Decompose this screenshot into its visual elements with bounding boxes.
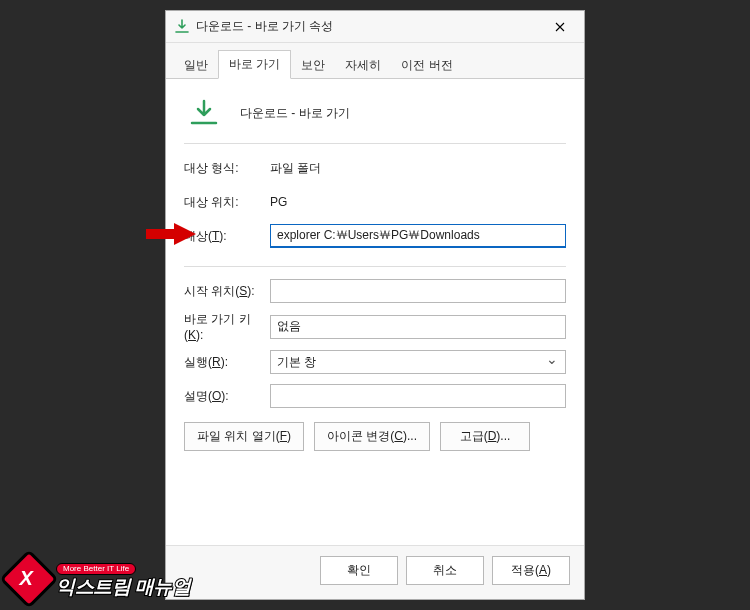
close-button[interactable] (540, 13, 580, 41)
tab-shortcut[interactable]: 바로 가기 (218, 50, 291, 79)
download-icon (174, 19, 190, 35)
advanced-button[interactable]: 고급(D)... (440, 422, 530, 451)
tab-general[interactable]: 일반 (174, 52, 218, 79)
logo-text: More Better IT Life 익스트림 매뉴얼 (56, 563, 190, 596)
row-comment: 설명(O): (184, 382, 566, 410)
tab-previous[interactable]: 이전 버전 (391, 52, 462, 79)
tab-security[interactable]: 보안 (291, 52, 335, 79)
titlebar: 다운로드 - 바로 가기 속성 (166, 11, 584, 43)
cancel-button[interactable]: 취소 (406, 556, 484, 585)
comment-input[interactable] (270, 384, 566, 408)
apply-button[interactable]: 적용(A) (492, 556, 570, 585)
separator (184, 143, 566, 144)
target-input[interactable] (270, 224, 566, 248)
watermark-logo: X More Better IT Life 익스트림 매뉴얼 (8, 558, 190, 600)
dialog-footer: 확인 취소 적용(A) (166, 545, 584, 599)
row-target: 대상(T): (184, 222, 566, 250)
tab-bar: 일반 바로 가기 보안 자세히 이전 버전 (166, 43, 584, 79)
shortcut-key-input[interactable] (270, 315, 566, 339)
open-file-location-button[interactable]: 파일 위치 열기(F) (184, 422, 304, 451)
properties-dialog: 다운로드 - 바로 가기 속성 일반 바로 가기 보안 자세히 이전 버전 다운… (165, 10, 585, 600)
hero-name: 다운로드 - 바로 가기 (240, 105, 350, 122)
separator (184, 266, 566, 267)
label-start-in: 시작 위치(S): (184, 283, 270, 300)
value-location: PG (270, 195, 287, 209)
label-shortcut-key: 바로 가기 키(K): (184, 311, 270, 342)
download-folder-icon (188, 97, 220, 129)
ok-button[interactable]: 확인 (320, 556, 398, 585)
button-row: 파일 위치 열기(F) 아이콘 변경(C)... 고급(D)... (184, 422, 566, 451)
row-run: 실행(R): 기본 창 (184, 348, 566, 376)
change-icon-button[interactable]: 아이콘 변경(C)... (314, 422, 430, 451)
hero: 다운로드 - 바로 가기 (184, 91, 566, 139)
run-select[interactable]: 기본 창 (270, 350, 566, 374)
row-start-in: 시작 위치(S): (184, 277, 566, 305)
logo-brand: 익스트림 매뉴얼 (56, 577, 190, 596)
window-title: 다운로드 - 바로 가기 속성 (196, 18, 540, 35)
logo-tagline: More Better IT Life (56, 563, 136, 575)
row-shortcut-key: 바로 가기 키(K): (184, 311, 566, 342)
logo-badge: X (0, 549, 59, 608)
value-target-type: 파일 폴더 (270, 160, 321, 177)
row-target-type: 대상 형식: 파일 폴더 (184, 154, 566, 182)
start-in-input[interactable] (270, 279, 566, 303)
label-run: 실행(R): (184, 354, 270, 371)
tab-content: 다운로드 - 바로 가기 대상 형식: 파일 폴더 대상 위치: PG 대상(T… (166, 79, 584, 545)
label-target: 대상(T): (184, 228, 270, 245)
label-comment: 설명(O): (184, 388, 270, 405)
label-location: 대상 위치: (184, 194, 270, 211)
row-location: 대상 위치: PG (184, 188, 566, 216)
label-target-type: 대상 형식: (184, 160, 270, 177)
tab-details[interactable]: 자세히 (335, 52, 391, 79)
